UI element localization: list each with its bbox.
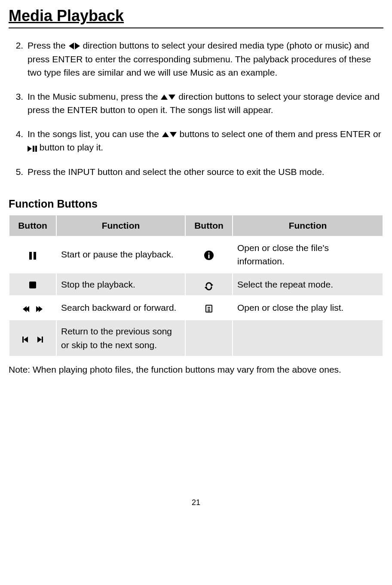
step-3-text-a: In the Music submenu, press the — [28, 92, 158, 101]
function-buttons-table: Button Function Button Function Start or… — [9, 214, 383, 357]
function-cell: Return to the previous song or skip to t… — [56, 320, 185, 356]
empty-cell — [233, 320, 383, 356]
info-icon — [204, 251, 214, 260]
table-row: Search backward or forward. Open or clos… — [9, 296, 383, 320]
function-cell: Open or close the file's information. — [233, 236, 383, 273]
table-row: Return to the previous song or skip to t… — [9, 320, 383, 356]
step-2-text-a: Press the — [28, 40, 66, 50]
arrow-up-icon — [161, 95, 168, 100]
step-4-text-b: buttons to select one of them and press … — [180, 129, 381, 139]
step-3: In the Music submenu, press the directio… — [26, 90, 383, 117]
step-4-text-c: button to play it. — [40, 142, 103, 152]
table-row: Stop the playback. Select the repeat mod… — [9, 273, 383, 296]
header-function-1: Function — [56, 215, 185, 236]
svg-marker-0 — [211, 284, 213, 286]
pause-icon — [28, 248, 37, 262]
step-5: Press the INPUT button and select the ot… — [26, 165, 383, 179]
playlist-icon — [205, 305, 212, 312]
step-4-text-a: In the songs list, you can use the — [28, 129, 162, 139]
arrow-down-icon — [168, 95, 175, 100]
header-button-2: Button — [185, 215, 233, 236]
function-cell: Search backward or forward. — [56, 296, 185, 320]
seek-backward-forward-icon — [23, 301, 43, 315]
play-pause-icon — [28, 141, 37, 155]
arrow-left-icon — [69, 43, 74, 49]
step-4: In the songs list, you can use the butto… — [26, 127, 383, 155]
page-number: 21 — [9, 497, 383, 508]
skip-prev-next-icon — [22, 331, 43, 346]
empty-cell — [185, 320, 233, 356]
step-5-text: Press the INPUT button and select the ot… — [28, 167, 325, 177]
function-cell: Open or close the play list. — [233, 296, 383, 320]
function-cell: Start or pause the playback. — [56, 236, 185, 273]
table-row: Start or pause the playback. Open or clo… — [9, 236, 383, 273]
repeat-icon — [205, 281, 213, 289]
svg-marker-1 — [205, 286, 206, 289]
steps-list: Press the direction buttons to select yo… — [9, 39, 383, 179]
stop-icon — [29, 282, 36, 288]
note-text: Note: When playing photo files, the func… — [9, 363, 383, 377]
arrow-up-icon — [162, 132, 169, 137]
arrow-down-icon — [170, 132, 177, 137]
step-2: Press the direction buttons to select yo… — [26, 39, 383, 80]
function-cell: Select the repeat mode. — [233, 273, 383, 296]
header-button-1: Button — [9, 215, 56, 236]
arrow-right-icon — [75, 43, 80, 49]
function-cell: Stop the playback. — [56, 273, 185, 296]
function-buttons-heading: Function Buttons — [9, 196, 383, 212]
page-title: Media Playback — [9, 4, 383, 28]
header-function-2: Function — [233, 215, 383, 236]
